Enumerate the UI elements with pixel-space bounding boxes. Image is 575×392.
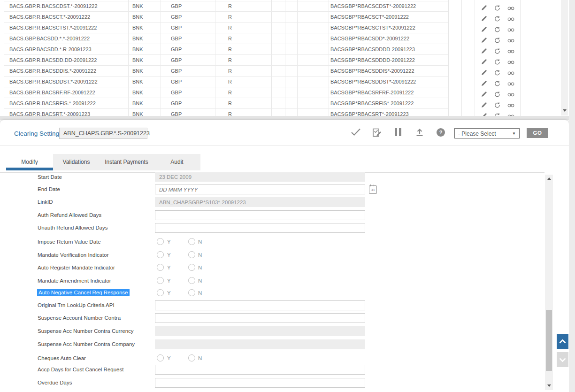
auth-refund-days-input[interactable] <box>155 210 365 220</box>
undo-icon[interactable] <box>494 4 501 11</box>
edit-icon[interactable] <box>481 58 488 65</box>
page-scrollbar-track[interactable] <box>569 0 575 392</box>
scroll-down-arrow-icon[interactable] <box>547 384 551 387</box>
radio-yes[interactable] <box>157 251 164 258</box>
undo-icon[interactable] <box>494 80 501 86</box>
table-row[interactable]: BACS.GBP.R.BACSDDIS.*-20091222 BNK GBP R… <box>4 66 562 77</box>
radio-no[interactable] <box>188 354 195 361</box>
radio-no[interactable] <box>188 251 195 258</box>
table-row[interactable]: BACS.GBP.R.BACSRF.RF-20091222 BNK GBP R … <box>4 87 562 98</box>
radio-no[interactable] <box>188 289 195 296</box>
form-row-impose-return: Impose Return Value Date Y N <box>0 237 544 247</box>
undo-icon[interactable] <box>494 112 501 116</box>
undo-icon[interactable] <box>494 91 501 97</box>
table-row[interactable]: BACS.GBP.R.BACSDD.DD-20091222 BNK GBP R … <box>4 55 562 66</box>
flag-cell: R <box>228 46 232 52</box>
undo-icon[interactable] <box>494 26 501 32</box>
suspense-account-contra-input[interactable] <box>155 313 365 323</box>
form-row-unauth-refund: Unauth Refund Allowed Days <box>0 223 544 233</box>
form-scrollbar-thumb[interactable] <box>546 310 552 371</box>
flag-cell: R <box>228 90 232 95</box>
undo-icon[interactable] <box>494 58 501 65</box>
undo-icon[interactable] <box>494 15 501 22</box>
table-row[interactable]: BACS.GBP.R.BACSCTST.*-20091222 BNK GBP R… <box>4 23 562 33</box>
flag-cell: R <box>228 68 232 74</box>
view-icon[interactable] <box>507 26 514 32</box>
edit-icon[interactable] <box>481 69 488 76</box>
pause-icon[interactable] <box>395 128 405 138</box>
edit-icon[interactable] <box>481 47 488 54</box>
view-icon[interactable] <box>507 69 514 76</box>
field-label: LinkID <box>38 199 53 205</box>
edit-icon[interactable] <box>481 15 488 22</box>
tab-audit[interactable]: Audit <box>153 154 200 170</box>
table-row[interactable]: BACS.GBP.BACSDD.*.*-20091222 BNK GBP R B… <box>4 33 562 44</box>
edit-document-icon[interactable] <box>372 128 383 138</box>
form-row-auto-negative-cancel: Auto Negative Cancel Req Response Y N <box>0 288 544 299</box>
scroll-to-bottom-button[interactable] <box>557 352 568 367</box>
bank-cell: BNK <box>132 100 143 106</box>
scroll-down-arrow-icon[interactable] <box>563 109 567 112</box>
original-trn-lookup-input[interactable] <box>155 300 365 310</box>
radio-no[interactable] <box>188 238 195 245</box>
edit-icon[interactable] <box>481 112 488 116</box>
view-icon[interactable] <box>507 15 514 22</box>
link-code-cell: BACSGBP*RBACSDDDD-20091222 <box>330 57 415 63</box>
table-row[interactable]: BACS.GBP.R.BACSRFIS.*-20091222 BNK GBP R… <box>4 98 562 109</box>
radio-yes[interactable] <box>157 277 164 284</box>
view-icon[interactable] <box>507 47 514 54</box>
view-icon[interactable] <box>507 80 514 86</box>
active-tab-underline <box>6 168 53 170</box>
scroll-up-arrow-icon[interactable] <box>547 177 551 180</box>
undo-icon[interactable] <box>494 37 501 43</box>
overdue-days-input[interactable] <box>155 378 365 388</box>
edit-icon[interactable] <box>481 91 488 97</box>
currency-cell: GBP <box>171 46 182 52</box>
undo-icon[interactable] <box>494 69 501 76</box>
form-scrollbar[interactable] <box>545 175 553 390</box>
approve-check-icon[interactable] <box>351 128 361 138</box>
edit-icon[interactable] <box>481 26 488 32</box>
table-row[interactable]: BACS.GBP.R.BACSCT.*-20091222 BNK GBP R B… <box>4 12 562 23</box>
edit-icon[interactable] <box>481 4 488 11</box>
edit-icon[interactable] <box>481 101 488 108</box>
unauth-refund-days-input[interactable] <box>155 223 365 233</box>
end-date-input[interactable] <box>155 184 365 194</box>
undo-icon[interactable] <box>494 47 501 54</box>
table-row[interactable]: BACS.GBP.R.BACSDDST.*-20091222 BNK GBP R… <box>4 77 562 87</box>
radio-yes[interactable] <box>157 354 164 361</box>
calendar-icon[interactable]: 31 <box>369 185 377 194</box>
tab-instant-payments[interactable]: Instant Payments <box>100 154 153 170</box>
table-row[interactable]: BACS.GBP.R.BACSRT.*-20091223 BNK GBP R B… <box>4 109 562 116</box>
view-icon[interactable] <box>507 91 514 97</box>
flag-cell: R <box>228 79 232 85</box>
view-icon[interactable] <box>507 101 514 108</box>
radio-yes[interactable] <box>157 238 164 245</box>
table-row[interactable]: BACS.GBP.R.BACSCDST.*-20091222 BNK GBP R… <box>4 1 562 12</box>
view-icon[interactable] <box>507 37 514 43</box>
accp-days-cancel-input[interactable] <box>155 365 365 375</box>
dropdown-caret-icon: ▼ <box>512 129 516 139</box>
radio-yes[interactable] <box>157 264 164 271</box>
radio-no[interactable] <box>188 277 195 284</box>
go-button[interactable]: GO <box>527 128 548 138</box>
clearing-name-cell: BACS.GBP.R.BACSCDST.*-20091222 <box>9 3 98 9</box>
table-row[interactable]: BACS.GBP.BACSDD.*.R-20091223 BNK GBP R B… <box>4 44 562 55</box>
table-scrollbar[interactable] <box>561 0 568 115</box>
upload-icon[interactable] <box>415 128 426 138</box>
view-icon[interactable] <box>507 58 514 65</box>
radio-no[interactable] <box>188 264 195 271</box>
undo-icon[interactable] <box>494 101 501 108</box>
scroll-to-top-button[interactable] <box>557 334 568 349</box>
radio-yes[interactable] <box>157 289 164 296</box>
edit-icon[interactable] <box>481 80 488 86</box>
view-icon[interactable] <box>507 4 514 11</box>
help-icon[interactable]: ? <box>437 128 445 137</box>
radio-yes-label: Y <box>167 265 171 270</box>
tab-validations[interactable]: Validations <box>53 154 100 170</box>
edit-icon[interactable] <box>481 37 488 43</box>
action-select-dropdown[interactable]: - Please Select ▼ <box>454 128 520 138</box>
view-icon[interactable] <box>507 112 514 116</box>
link-code-cell: BACSGBP*RBACSRFIS*-20091222 <box>330 100 414 106</box>
radio-no-label: N <box>198 265 202 270</box>
